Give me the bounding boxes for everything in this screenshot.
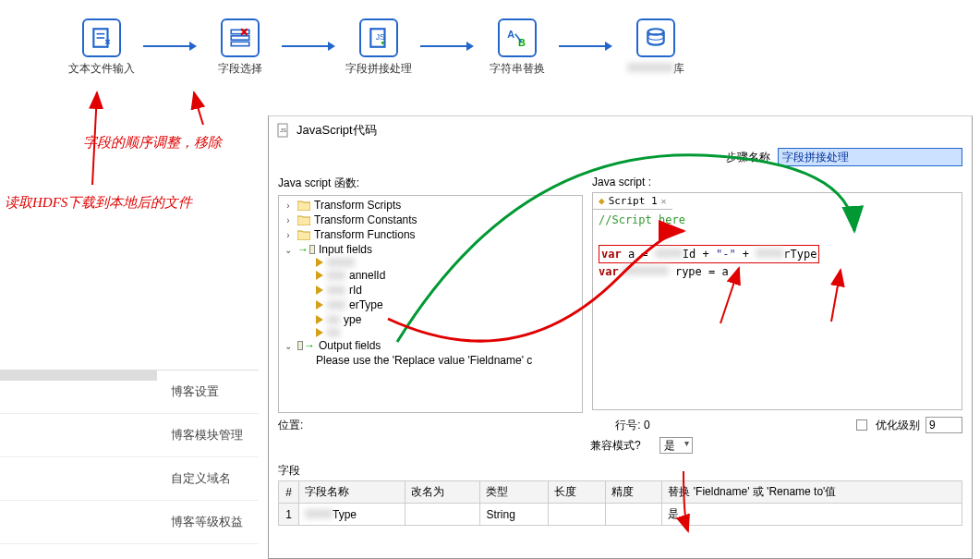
script-footer: 位置: 行号: 0 优化级别 bbox=[269, 413, 972, 437]
fields-section-label: 字段 bbox=[278, 463, 962, 480]
flow-label: 文本文件输入 bbox=[65, 61, 139, 77]
tree-field-item[interactable] bbox=[283, 327, 578, 338]
flow-node-string-replace[interactable]: AB 字符串替换 bbox=[480, 18, 554, 77]
opt-checkbox[interactable] bbox=[856, 419, 867, 431]
sidebar-item-blog-settings[interactable]: 博客设置 bbox=[0, 371, 259, 414]
sidebar-item-blog-modules[interactable]: 博客模块管理 bbox=[0, 414, 259, 457]
field-marker-icon bbox=[316, 315, 323, 324]
folder-icon bbox=[297, 200, 310, 211]
file-input-icon bbox=[82, 18, 121, 57]
sidebar: 博客设置 博客模块管理 自定义域名 博客等级权益 bbox=[0, 370, 259, 544]
compat-row: 兼容模式? 是 bbox=[269, 437, 972, 457]
flow-diagram: 文本文件输入 字段选择 JS 字段拼接处理 AB 字符串替换 库 bbox=[65, 18, 962, 120]
flow-label: 库 bbox=[619, 61, 693, 77]
javascript-icon: JS bbox=[359, 18, 398, 57]
flow-label: 字段选择 bbox=[203, 61, 277, 77]
tree-field-item[interactable]: ype bbox=[283, 312, 578, 327]
dialog-title-text: JavaScript代码 bbox=[296, 122, 377, 139]
annotation-field-order: 字段的顺序调整，移除 bbox=[83, 134, 222, 152]
tree-transform-functions[interactable]: ›Transform Functions bbox=[283, 227, 578, 242]
flow-node-database[interactable]: 库 bbox=[619, 18, 693, 77]
tree-input-fields[interactable]: ⌄→ Input fields bbox=[283, 242, 578, 257]
script-tab-icon: ◆ bbox=[599, 195, 605, 207]
script-panel-title: Java script : bbox=[592, 174, 962, 192]
tree-output-fields[interactable]: ⌄→ Output fields bbox=[283, 338, 578, 353]
step-name-input[interactable] bbox=[778, 148, 962, 166]
field-marker-icon bbox=[316, 271, 323, 280]
svg-text:JS: JS bbox=[376, 32, 385, 42]
step-name-label: 步骤名称 bbox=[726, 150, 770, 165]
script-tab[interactable]: ◆ Script 1 ✕ bbox=[593, 193, 672, 210]
functions-tree[interactable]: ›Transform Scripts ›Transform Constants … bbox=[278, 195, 583, 413]
compat-label: 兼容模式? bbox=[590, 438, 641, 454]
close-icon[interactable]: ✕ bbox=[661, 196, 667, 206]
svg-text:JS: JS bbox=[280, 128, 286, 133]
folder-icon bbox=[297, 214, 310, 225]
tree-field-item[interactable]: erType bbox=[283, 298, 578, 312]
annotation-hdfs: 读取HDFS下载到本地后的文件 bbox=[5, 194, 192, 212]
functions-panel-title: Java script 函数: bbox=[278, 174, 583, 195]
tree-field-item[interactable] bbox=[283, 257, 578, 268]
string-replace-icon: AB bbox=[498, 18, 537, 57]
tree-field-item[interactable]: annelId bbox=[283, 268, 578, 283]
opt-label: 优化级别 bbox=[876, 418, 920, 433]
field-marker-icon bbox=[316, 258, 323, 267]
opt-level-input[interactable] bbox=[926, 417, 962, 433]
tree-transform-constants[interactable]: ›Transform Constants bbox=[283, 213, 578, 227]
field-marker-icon bbox=[316, 300, 323, 310]
output-fields-icon: → bbox=[297, 339, 315, 352]
position-label: 位置: bbox=[278, 418, 303, 433]
tree-field-item[interactable]: rId bbox=[283, 283, 578, 298]
input-fields-icon: → bbox=[297, 243, 315, 256]
flow-label: 字符串替换 bbox=[480, 61, 554, 77]
sidebar-item-blog-level[interactable]: 博客等级权益 bbox=[0, 501, 259, 544]
line-number-label: 行号: 0 bbox=[615, 418, 649, 433]
svg-rect-5 bbox=[231, 42, 249, 45]
flow-label: 字段拼接处理 bbox=[342, 61, 416, 77]
database-icon bbox=[636, 18, 675, 57]
field-select-icon bbox=[221, 18, 260, 57]
table-row[interactable]: 1 Type String 是 bbox=[279, 504, 962, 526]
table-header-row: # 字段名称 改名为 类型 长度 精度 替换 'Fieldname' 或 'Re… bbox=[279, 481, 962, 504]
tree-transform-scripts[interactable]: ›Transform Scripts bbox=[283, 198, 578, 213]
field-marker-icon bbox=[316, 286, 323, 295]
flow-node-field-select[interactable]: 字段选择 bbox=[203, 18, 277, 77]
dialog-title-bar: JS JavaScript代码 bbox=[269, 116, 972, 144]
tree-output-note: Please use the 'Replace value 'Fieldname… bbox=[283, 353, 578, 368]
flow-node-field-concat[interactable]: JS 字段拼接处理 bbox=[342, 18, 416, 77]
field-marker-icon bbox=[316, 328, 323, 337]
sidebar-item-custom-domain[interactable]: 自定义域名 bbox=[0, 457, 259, 501]
javascript-dialog: JS JavaScript代码 步骤名称 Java script 函数: ›Tr… bbox=[268, 115, 973, 559]
script-tab-label: Script 1 bbox=[609, 195, 658, 207]
svg-rect-4 bbox=[231, 36, 249, 40]
compat-select[interactable]: 是 bbox=[659, 437, 693, 454]
folder-icon bbox=[297, 229, 310, 240]
script-content[interactable]: //Script here var a = Id + "-" + rType v… bbox=[593, 210, 962, 282]
fields-table[interactable]: # 字段名称 改名为 类型 长度 精度 替换 'Fieldname' 或 'Re… bbox=[278, 480, 962, 526]
flow-node-text-input[interactable]: 文本文件输入 bbox=[65, 18, 139, 77]
javascript-dialog-icon: JS bbox=[276, 123, 291, 138]
svg-text:A: A bbox=[507, 29, 514, 40]
script-editor[interactable]: ◆ Script 1 ✕ //Script here var a = Id + … bbox=[592, 192, 962, 410]
